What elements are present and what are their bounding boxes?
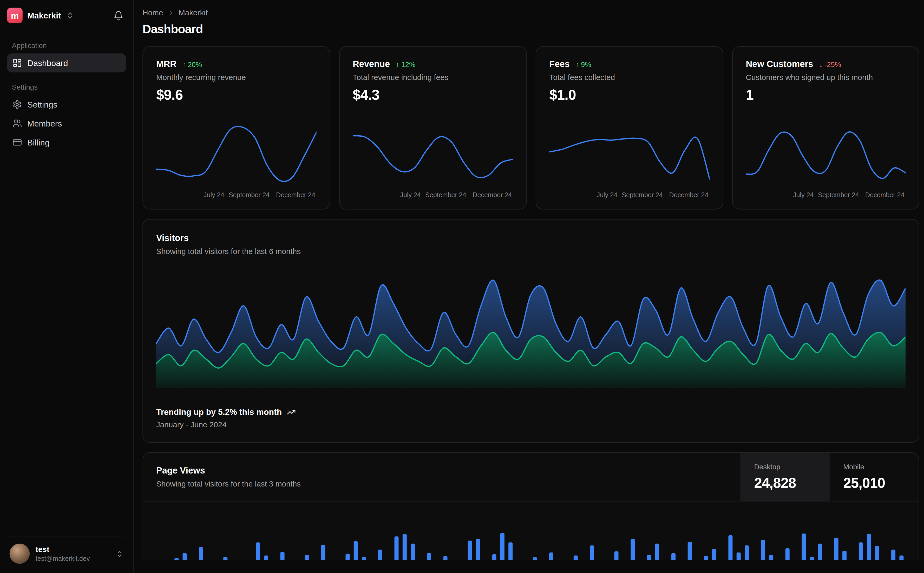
visitors-title: Visitors (156, 233, 905, 243)
workspace-selector[interactable]: m Makerkit (7, 8, 74, 23)
bell-icon (113, 10, 124, 20)
sidebar-header: m Makerkit (7, 0, 126, 31)
mrr-sparkline-chart (156, 120, 317, 186)
sidebar-item-label: Members (27, 119, 62, 128)
arrow-down-icon: ↓ (819, 61, 823, 69)
page-views-subtitle: Showing total visitors for the last 3 mo… (156, 479, 728, 488)
visitors-card: Visitors Showing total visitors for the … (143, 219, 919, 443)
x-axis-labels: July 24 September 24 December 24 (156, 191, 317, 201)
axis-label: September 24 (229, 191, 270, 198)
sidebar-item-label: Dashboard (27, 58, 68, 68)
x-axis-labels: July 24 September 24 December 24 (353, 191, 513, 201)
axis-label: December 24 (865, 191, 905, 198)
visitors-footer: Trending up by 5.2% this month January -… (156, 407, 905, 429)
sidebar-item-label: Billing (27, 138, 49, 147)
chevrons-up-down-icon (66, 11, 74, 19)
mobile-toggle-button[interactable]: Mobile 25,010 (830, 453, 919, 501)
app-root: m Makerkit Application Dashboard Setting… (0, 0, 924, 573)
arrow-up-icon: ↑ (396, 61, 400, 69)
axis-label: December 24 (276, 191, 315, 198)
stat-value: $9.6 (156, 87, 317, 103)
stat-subtitle: Total revenue including fees (353, 73, 513, 82)
mobile-value: 25,010 (843, 474, 905, 491)
user-avatar (9, 544, 30, 564)
desktop-value: 24,828 (754, 474, 817, 491)
sidebar-section-application: Application (12, 42, 121, 50)
stat-title: New Customers (746, 59, 813, 69)
breadcrumb-makerkit[interactable]: Makerkit (179, 8, 208, 17)
stat-card-revenue: Revenue ↑ 12% Total revenue including fe… (339, 46, 527, 209)
stat-title: Fees (549, 59, 569, 69)
axis-label: July 24 (204, 191, 224, 198)
desktop-label: Desktop (754, 463, 817, 471)
axis-label: July 24 (400, 191, 421, 198)
page-title: Dashboard (143, 23, 919, 36)
revenue-sparkline-chart (353, 120, 513, 186)
trend-badge: ↑ 9% (576, 61, 591, 69)
x-axis-labels: July 24 September 24 December 24 (746, 191, 906, 201)
axis-label: December 24 (472, 191, 512, 198)
workspace-name: Makerkit (27, 11, 61, 20)
sidebar-item-members[interactable]: Members (7, 114, 126, 133)
user-menu[interactable]: test test@makerkit.dev (7, 536, 126, 573)
main-content: Home Makerkit Dashboard MRR ↑ 20% Monthl… (133, 0, 924, 573)
sidebar-item-billing[interactable]: Billing (7, 133, 126, 152)
axis-label: July 24 (597, 191, 618, 198)
user-meta: test test@makerkit.dev (36, 545, 110, 563)
user-name: test (36, 545, 110, 554)
stat-card-grid: MRR ↑ 20% Monthly recurring revenue $9.6… (143, 46, 919, 209)
trend-badge: ↓ -25% (819, 61, 841, 69)
new-customers-sparkline-chart (746, 120, 906, 186)
dashboard-icon (13, 58, 22, 68)
trending-up-icon (287, 407, 295, 416)
axis-label: September 24 (622, 191, 663, 198)
visitors-area-chart (156, 272, 905, 388)
visitors-trend-text: Trending up by 5.2% this month (156, 407, 282, 416)
chevrons-up-down-icon (116, 550, 124, 558)
credit-card-icon (13, 138, 22, 147)
sidebar: m Makerkit Application Dashboard Setting… (0, 0, 133, 573)
arrow-up-icon: ↑ (182, 61, 186, 69)
arrow-up-icon: ↑ (576, 61, 579, 69)
trend-value: -25% (824, 61, 841, 69)
stat-title: Revenue (353, 59, 390, 69)
breadcrumb-home[interactable]: Home (143, 8, 163, 17)
desktop-toggle-button[interactable]: Desktop 24,828 (740, 453, 830, 501)
chevron-right-icon (167, 9, 174, 16)
stat-title: MRR (156, 59, 176, 69)
visitors-date-range: January - June 2024 (156, 420, 905, 429)
trend-badge: ↑ 12% (396, 61, 415, 69)
fees-sparkline-chart (549, 120, 709, 186)
sidebar-item-dashboard[interactable]: Dashboard (7, 53, 126, 72)
stat-value: $1.0 (549, 87, 709, 103)
x-axis-labels: July 24 September 24 December 24 (549, 191, 709, 201)
page-views-title: Page Views (156, 465, 728, 475)
stat-card-new-customers: New Customers ↓ -25% Customers who signe… (732, 46, 919, 209)
user-email: test@makerkit.dev (36, 554, 110, 563)
page-views-header: Page Views Showing total visitors for th… (143, 453, 919, 501)
trend-value: 12% (401, 61, 415, 69)
axis-label: December 24 (669, 191, 709, 198)
visitors-subtitle: Showing total visitors for the last 6 mo… (156, 247, 905, 255)
page-views-bar-chart (156, 510, 905, 560)
trend-value: 9% (581, 61, 591, 69)
stat-subtitle: Total fees collected (549, 73, 709, 82)
stat-card-fees: Fees ↑ 9% Total fees collected $1.0 July… (536, 46, 723, 209)
sidebar-item-settings[interactable]: Settings (7, 95, 126, 114)
mobile-label: Mobile (843, 463, 905, 471)
stat-card-mrr: MRR ↑ 20% Monthly recurring revenue $9.6… (143, 46, 330, 209)
axis-label: September 24 (425, 191, 466, 198)
stat-subtitle: Customers who signed up this month (746, 73, 906, 82)
breadcrumb: Home Makerkit (143, 8, 919, 17)
trend-badge: ↑ 20% (182, 61, 202, 69)
makerkit-logo: m (7, 8, 22, 23)
users-icon (13, 119, 22, 128)
sidebar-item-label: Settings (27, 100, 57, 110)
stat-value: 1 (746, 87, 906, 103)
stat-subtitle: Monthly recurring revenue (156, 73, 317, 82)
notifications-button[interactable] (111, 8, 126, 23)
gear-icon (13, 100, 22, 110)
axis-label: September 24 (818, 191, 859, 198)
trend-value: 20% (188, 61, 202, 69)
sidebar-section-settings: Settings (12, 83, 121, 91)
